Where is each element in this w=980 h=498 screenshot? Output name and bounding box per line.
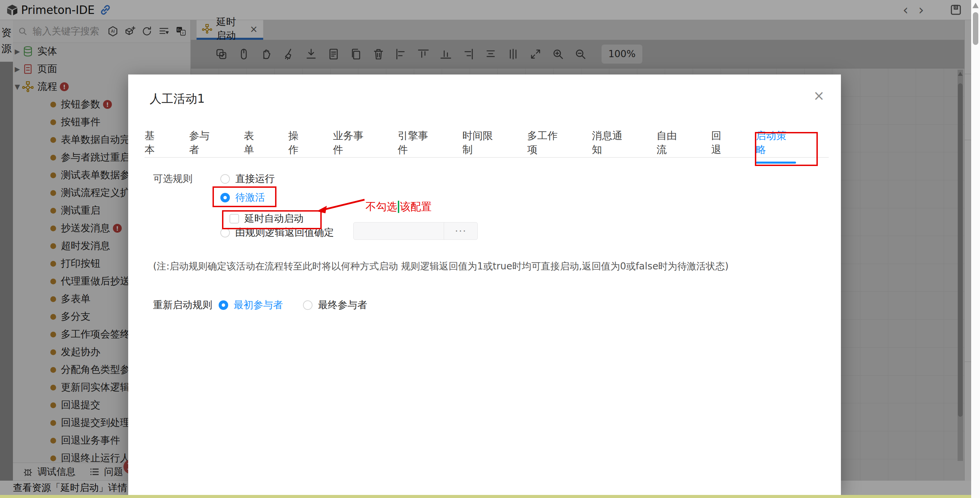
rule-logic-input[interactable] [354, 223, 444, 239]
option-first-participant[interactable]: 最初参与者 [219, 298, 283, 312]
dialog-tab-回退[interactable]: 回退 [711, 129, 732, 163]
activity-dialog: 人工活动1 × 基本参与者表单操作业务事件引擎事件时间限制多工作项消息通知自由流… [128, 75, 841, 495]
option-last-participant[interactable]: 最终参与者 [303, 298, 367, 312]
checkbox-delay-autostart[interactable] [229, 214, 239, 223]
radio-wait-activate[interactable] [220, 193, 230, 202]
option-rule-logic[interactable]: 由规则逻辑返回值确定 [220, 226, 334, 239]
scroll-up-icon[interactable] [972, 3, 978, 8]
annotation-text: 不勾选该配置 [366, 200, 431, 214]
rule-logic-input-group: ··· [353, 222, 478, 240]
dialog-tab-时间限制[interactable]: 时间限制 [463, 129, 503, 163]
dialog-close-icon[interactable]: × [813, 89, 825, 102]
dialog-tabs: 基本参与者表单操作业务事件引擎事件时间限制多工作项消息通知自由流回退启动策略 [145, 135, 821, 157]
dialog-tab-启动策略[interactable]: 启动策略 [756, 129, 796, 163]
primeton-ide-window: Primeton-IDE ‹ › 资 源 输入关键字搜索 AIEn文 ▶实体▶页… [0, 0, 980, 498]
window-bottom-strip [0, 495, 980, 498]
rule-label: 可选规则 [153, 172, 192, 186]
dialog-tab-参与者[interactable]: 参与者 [189, 129, 220, 163]
option-wait-activate[interactable]: 待激活 [220, 191, 265, 204]
radio-direct-run[interactable] [220, 174, 230, 184]
dialog-title: 人工活动1 [150, 91, 205, 107]
window-scrollbar[interactable] [971, 0, 980, 498]
dialog-tab-多工作项[interactable]: 多工作项 [527, 129, 567, 163]
annotation-arrow [312, 194, 373, 217]
dialog-tab-操作[interactable]: 操作 [288, 129, 309, 163]
dialog-tab-表单[interactable]: 表单 [244, 129, 264, 163]
radio-last-participant[interactable] [303, 301, 312, 310]
dialog-tab-业务事件[interactable]: 业务事件 [333, 129, 373, 163]
rule-note: (注:启动规则确定该活动在流程转至此时将以何种方式启动 规则逻辑返回值为1或tr… [153, 260, 765, 273]
option-delay-autostart[interactable]: 延时自动启动 [229, 212, 304, 226]
dialog-tab-自由流[interactable]: 自由流 [657, 129, 687, 163]
radio-first-participant[interactable] [219, 301, 228, 310]
scrollbar-thumb[interactable] [973, 12, 978, 45]
option-direct-run[interactable]: 直接运行 [220, 172, 275, 186]
restart-rule-label: 重新启动规则 [153, 298, 212, 312]
dialog-tab-引擎事件[interactable]: 引擎事件 [398, 129, 438, 163]
dialog-tab-消息通知[interactable]: 消息通知 [592, 129, 632, 163]
text-caret [398, 201, 399, 213]
dialog-tab-基本[interactable]: 基本 [145, 129, 165, 163]
radio-rule-logic[interactable] [220, 228, 230, 237]
rule-logic-more-button[interactable]: ··· [444, 223, 477, 239]
